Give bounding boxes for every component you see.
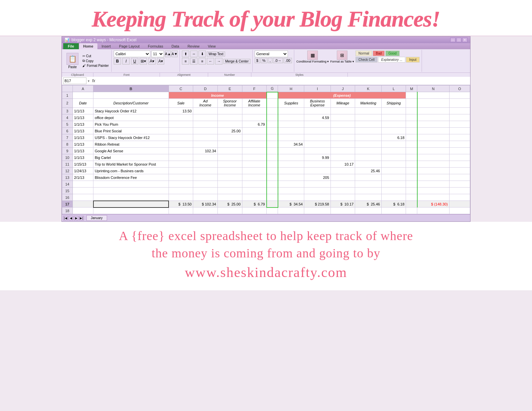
cell-k15[interactable] <box>355 188 381 194</box>
close-button[interactable]: ✕ <box>462 38 467 42</box>
minimize-button[interactable]: — <box>450 38 456 42</box>
cell-o11[interactable] <box>449 161 470 168</box>
cell-j11[interactable]: 10.17 <box>331 161 355 168</box>
cell-f3[interactable] <box>242 108 267 114</box>
cell-a15[interactable] <box>72 188 93 194</box>
cell-f8[interactable] <box>242 141 267 148</box>
cell-e3[interactable] <box>217 108 242 114</box>
cell-l5[interactable] <box>381 121 406 128</box>
dollar-button[interactable]: $ <box>255 58 260 63</box>
cell-o14[interactable] <box>449 181 470 188</box>
number-format-select[interactable]: General <box>255 51 288 57</box>
cell-f18[interactable] <box>242 207 267 214</box>
format-painter-button[interactable]: 🖌 Format Painter <box>81 64 110 68</box>
cell-i12[interactable] <box>304 168 331 174</box>
cell-a3[interactable]: 1/1/13 <box>72 108 93 114</box>
cell-i17[interactable]: $ 219.58 <box>304 201 331 207</box>
cell-b5[interactable]: Pick You Plum <box>93 121 169 128</box>
cell-b12[interactable]: Uprinting.com - Busines cards <box>93 168 169 174</box>
cell-g16[interactable] <box>267 194 278 201</box>
cell-m18[interactable] <box>406 207 417 214</box>
cell-l10[interactable] <box>381 154 406 161</box>
cell-j12[interactable] <box>331 168 355 174</box>
cell-g6[interactable] <box>267 128 278 134</box>
cell-a14[interactable] <box>72 181 93 188</box>
cell-l18[interactable] <box>381 207 406 214</box>
increase-font-size-button[interactable]: A▲ <box>165 51 171 57</box>
cell-j18[interactable] <box>331 207 355 214</box>
cell-h12[interactable] <box>278 168 304 174</box>
maximize-button[interactable]: □ <box>456 38 462 42</box>
cell-i3[interactable] <box>304 108 331 114</box>
cell-a4[interactable]: 1/1/13 <box>72 114 93 121</box>
align-right-button[interactable]: ≡ <box>199 58 206 65</box>
cell-f15[interactable] <box>242 188 267 194</box>
cell-b6[interactable]: Blue Print Social <box>93 128 169 134</box>
cell-d17[interactable]: $ 102.34 <box>193 201 218 207</box>
cell-d7[interactable] <box>193 134 218 141</box>
cell-n9[interactable] <box>417 148 449 154</box>
cell-b2[interactable]: Description/Customer <box>93 99 169 108</box>
cell-m13[interactable] <box>406 174 417 181</box>
cell-c15[interactable] <box>169 188 193 194</box>
cell-k13[interactable] <box>355 174 381 181</box>
cell-n17[interactable]: $ (148.30) <box>417 201 449 207</box>
cell-l13[interactable] <box>381 174 406 181</box>
cell-e10[interactable] <box>217 154 242 161</box>
cell-c13[interactable] <box>169 174 193 181</box>
cell-b18[interactable] <box>93 207 169 214</box>
cell-f10[interactable] <box>242 154 267 161</box>
cell-c12[interactable] <box>169 168 193 174</box>
cell-j3[interactable] <box>331 108 355 114</box>
cell-a18[interactable] <box>72 207 93 214</box>
conditional-formatting-button[interactable]: ▦ Conditional Formatting ▾ <box>296 51 329 64</box>
col-header-n[interactable]: N <box>417 85 449 92</box>
cell-g18[interactable] <box>267 207 278 214</box>
cell-o13[interactable] <box>449 174 470 181</box>
tab-insert[interactable]: Insert <box>98 43 115 49</box>
percent-button[interactable]: % <box>261 58 267 63</box>
style-check-button[interactable]: Check Cell <box>355 57 377 63</box>
format-as-table-button[interactable]: ⊞ Format as Table ▾ <box>330 51 354 64</box>
cell-c10[interactable] <box>169 154 193 161</box>
cell-l4[interactable] <box>381 114 406 121</box>
cell-j9[interactable] <box>331 148 355 154</box>
cell-c5[interactable] <box>169 121 193 128</box>
cell-h7[interactable] <box>278 134 304 141</box>
cell-i14[interactable] <box>304 181 331 188</box>
paste-button[interactable]: 📋 Paste <box>65 52 80 69</box>
cell-h16[interactable] <box>278 194 304 201</box>
cell-n14[interactable] <box>417 181 449 188</box>
copy-button[interactable]: ⧉ Copy <box>81 59 110 63</box>
cell-j4[interactable] <box>331 114 355 121</box>
cell-j16[interactable] <box>331 194 355 201</box>
cell-h4[interactable] <box>278 114 304 121</box>
cell-g9[interactable] <box>267 148 278 154</box>
cell-i2[interactable]: BusinessExpense <box>304 99 331 108</box>
cell-d9[interactable]: 102.34 <box>193 148 218 154</box>
decrease-decimal-button[interactable]: .00 <box>284 58 292 63</box>
cell-o1[interactable] <box>449 92 470 99</box>
tab-home[interactable]: Home <box>79 43 97 49</box>
italic-button[interactable]: I <box>122 58 130 65</box>
col-header-h[interactable]: H <box>278 85 304 92</box>
cell-i11[interactable] <box>304 161 331 168</box>
col-header-c[interactable]: C <box>169 85 193 92</box>
cell-k3[interactable] <box>355 108 381 114</box>
border-button[interactable]: ⊞▾ <box>140 58 147 65</box>
cell-o8[interactable] <box>449 141 470 148</box>
cell-f17[interactable]: $ 6.79 <box>242 201 267 207</box>
cell-f14[interactable] <box>242 181 267 188</box>
cell-a2[interactable]: Date <box>72 99 93 108</box>
cell-i6[interactable] <box>304 128 331 134</box>
cell-l16[interactable] <box>381 194 406 201</box>
cell-g17[interactable] <box>267 201 278 207</box>
cell-h8[interactable]: 34.54 <box>278 141 304 148</box>
cell-k12[interactable]: 25.46 <box>355 168 381 174</box>
cell-b7[interactable]: USPS - Stacy Haycock Order #12 <box>93 134 169 141</box>
cell-g3[interactable] <box>267 108 278 114</box>
cell-a1[interactable] <box>72 92 93 99</box>
cell-d8[interactable] <box>193 141 218 148</box>
cell-f16[interactable] <box>242 194 267 201</box>
cell-o12[interactable] <box>449 168 470 174</box>
